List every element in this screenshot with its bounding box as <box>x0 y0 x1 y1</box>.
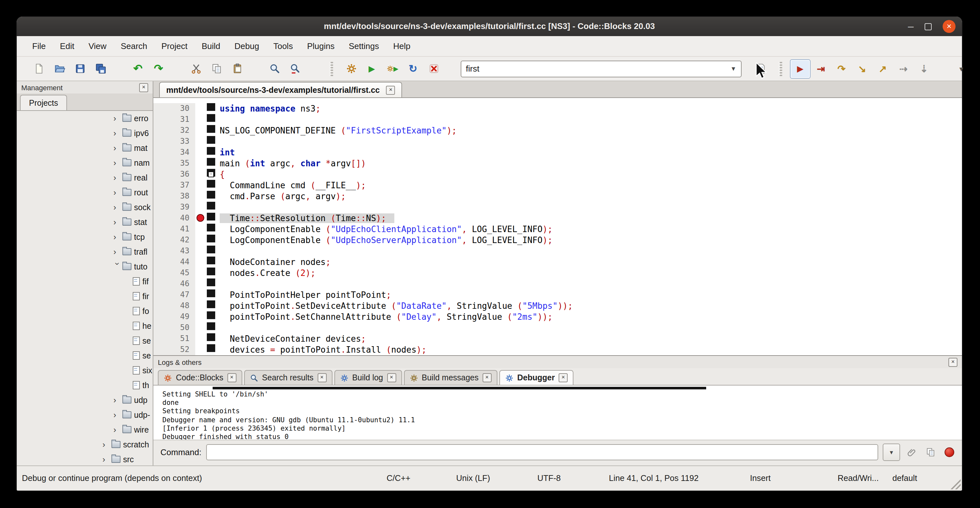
code-line-42[interactable]: 42 LogComponentEnable ("UdpEchoServerApp… <box>153 235 962 245</box>
stop-debugger-button[interactable] <box>942 445 956 459</box>
tree-item-se[interactable]: se <box>17 333 153 348</box>
chevron-right-icon[interactable]: › <box>102 454 111 464</box>
step-into-instruction-icon[interactable]: ⇣ <box>914 59 934 78</box>
code-line-41[interactable]: 41 LogComponentEnable ("UdpEchoClientApp… <box>153 224 962 235</box>
fold-margin[interactable] <box>207 114 215 125</box>
chevron-right-icon[interactable]: › <box>113 188 122 197</box>
chevron-right-icon[interactable]: › <box>113 410 122 420</box>
fold-margin[interactable] <box>207 245 215 256</box>
fold-margin[interactable] <box>207 103 215 114</box>
next-instruction-icon[interactable]: ⇢ <box>893 59 914 78</box>
run-icon[interactable]: ▶ <box>361 59 382 78</box>
chevron-right-icon[interactable]: › <box>113 232 122 242</box>
tree-item-trafl[interactable]: ›trafl <box>17 244 153 259</box>
breakpoint-margin[interactable] <box>195 191 207 202</box>
code-line-30[interactable]: 30using namespace ns3; <box>153 103 962 114</box>
chevron-down-icon[interactable]: ▾ <box>730 64 737 73</box>
breakpoint-margin[interactable] <box>195 213 207 224</box>
menu-project[interactable]: Project <box>155 39 194 53</box>
breakpoint-margin[interactable] <box>195 125 207 136</box>
fold-margin[interactable] <box>207 147 215 158</box>
code-line-35[interactable]: 35main (int argc, char *argv[]) <box>153 158 962 169</box>
fold-margin[interactable] <box>207 268 215 279</box>
menu-debug[interactable]: Debug <box>228 39 266 53</box>
fold-margin[interactable] <box>207 300 215 311</box>
breakpoint-margin[interactable] <box>195 322 207 333</box>
code-line-51[interactable]: 51 NetDeviceContainer devices; <box>153 333 962 344</box>
code-line-31[interactable]: 31 <box>153 114 962 125</box>
breakpoint-margin[interactable] <box>195 245 207 256</box>
tab-close-icon[interactable]: × <box>386 85 395 94</box>
breakpoint-margin[interactable] <box>195 147 207 158</box>
fold-margin[interactable] <box>207 235 215 245</box>
tab-close-icon[interactable]: × <box>483 373 492 382</box>
tree-item-scratch[interactable]: ›scratch <box>17 437 153 452</box>
menu-search[interactable]: Search <box>115 39 154 53</box>
abort-build-icon[interactable] <box>423 59 444 78</box>
chevron-right-icon[interactable]: › <box>113 158 122 167</box>
breakpoint-margin[interactable] <box>195 103 207 114</box>
tree-item-fo[interactable]: fo <box>17 304 153 318</box>
breakpoint-margin[interactable] <box>195 169 207 180</box>
breakpoint-margin[interactable] <box>195 136 207 147</box>
code-line-45[interactable]: 45 nodes.Create (2); <box>153 268 962 279</box>
close-icon[interactable]: × <box>948 357 958 366</box>
fold-margin[interactable] <box>207 202 215 213</box>
paste-icon[interactable] <box>227 59 247 78</box>
fold-margin[interactable] <box>207 125 215 136</box>
new-file-icon[interactable] <box>29 59 49 78</box>
breakpoint-margin[interactable] <box>195 202 207 213</box>
menu-view[interactable]: View <box>82 39 113 53</box>
code-line-32[interactable]: 32NS_LOG_COMPONENT_DEFINE ("FirstScriptE… <box>153 125 962 136</box>
code-line-36[interactable]: 36-{ <box>153 169 962 180</box>
undo-icon[interactable]: ↶ <box>127 59 148 78</box>
chevron-right-icon[interactable]: › <box>113 425 122 435</box>
fold-marker-icon[interactable]: - <box>208 172 214 177</box>
fold-margin[interactable] <box>207 224 215 235</box>
tree-item-ipv6[interactable]: ›ipv6 <box>17 126 153 140</box>
title-bar[interactable]: mnt/dev/tools/source/ns-3-dev/examples/t… <box>17 17 962 36</box>
breakpoint-icon[interactable] <box>197 214 204 222</box>
next-line-icon[interactable]: ↷ <box>831 59 852 78</box>
tree-item-six[interactable]: six <box>17 363 153 378</box>
code-line-52[interactable]: 52 devices = pointToPoint.Install (nodes… <box>153 344 962 355</box>
code-line-48[interactable]: 48 pointToPoint.SetDeviceAttribute ("Dat… <box>153 300 962 311</box>
tree-item-sock[interactable]: ›sock <box>17 200 153 215</box>
breakpoint-margin[interactable] <box>195 311 207 322</box>
close-icon[interactable]: × <box>139 83 148 92</box>
breakpoint-margin[interactable] <box>195 300 207 311</box>
toolbar-grip[interactable] <box>330 62 333 76</box>
tree-item-fif[interactable]: fif <box>17 274 153 289</box>
close-button[interactable]: × <box>943 20 956 33</box>
fold-margin[interactable] <box>207 279 215 290</box>
tab-close-icon[interactable]: × <box>387 373 396 382</box>
breakpoint-margin[interactable] <box>195 256 207 268</box>
logs-tab-debugger[interactable]: Debugger× <box>500 370 574 385</box>
fold-margin[interactable] <box>207 311 215 322</box>
breakpoint-margin[interactable] <box>195 333 207 344</box>
build-icon[interactable] <box>341 59 361 78</box>
open-file-icon[interactable] <box>49 59 70 78</box>
chevron-right-icon[interactable]: › <box>113 143 122 153</box>
tree-item-rout[interactable]: ›rout <box>17 185 153 200</box>
code-editor[interactable]: 30using namespace ns3;3132NS_LOG_COMPONE… <box>153 98 962 355</box>
menu-build[interactable]: Build <box>195 39 227 53</box>
fold-margin[interactable] <box>207 213 215 224</box>
tab-close-icon[interactable]: × <box>317 373 326 382</box>
tree-item-wire[interactable]: ›wire <box>17 422 153 437</box>
toolbar-overflow-icon[interactable]: ▾ <box>951 59 972 78</box>
tree-item-erro[interactable]: ›erro <box>17 111 153 126</box>
code-line-33[interactable]: 33 <box>153 136 962 147</box>
fold-margin[interactable] <box>207 180 215 191</box>
rebuild-icon[interactable]: ↻ <box>403 59 423 78</box>
tree-item-tuto[interactable]: ›tuto <box>17 259 153 274</box>
menu-help[interactable]: Help <box>387 39 417 53</box>
code-line-49[interactable]: 49 pointToPoint.SetChannelAttribute ("De… <box>153 311 962 322</box>
chevron-right-icon[interactable]: › <box>102 440 111 449</box>
maximize-button[interactable] <box>924 23 932 30</box>
menu-tools[interactable]: Tools <box>267 39 299 53</box>
cut-icon[interactable] <box>186 59 206 78</box>
chevron-right-icon[interactable]: › <box>113 202 122 212</box>
tree-item-real[interactable]: ›real <box>17 170 153 185</box>
code-line-38[interactable]: 38 cmd.Parse (argc, argv); <box>153 191 962 202</box>
